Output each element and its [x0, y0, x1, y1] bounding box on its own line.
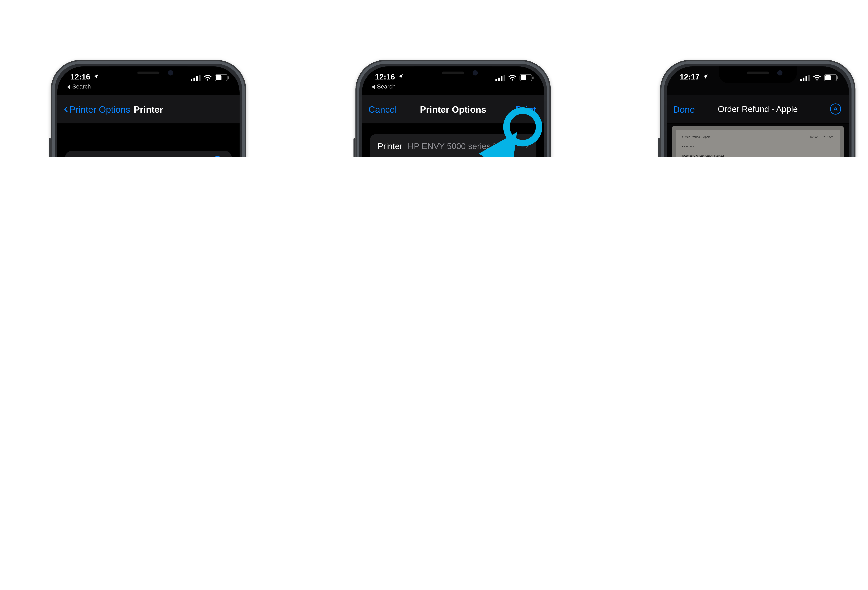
done-button[interactable]: Done: [673, 95, 695, 123]
status-time: 12:16: [375, 72, 395, 81]
wifi-icon: [508, 74, 517, 81]
cancel-button[interactable]: Cancel: [369, 95, 397, 123]
nav-bar: Done Order Refund - Apple A: [667, 95, 849, 124]
print-options-group: Printer HP ENVY 5000 series [6A73C0] › 1…: [370, 134, 536, 157]
nav-title: Printer Options: [420, 104, 486, 114]
reader-icon: A: [830, 103, 841, 115]
svg-point-20: [816, 79, 818, 80]
svg-rect-2: [196, 76, 198, 81]
svg-rect-14: [521, 75, 526, 80]
svg-rect-17: [803, 77, 804, 81]
svg-rect-18: [806, 76, 807, 81]
svg-rect-8: [496, 79, 497, 81]
svg-rect-9: [498, 77, 500, 81]
reader-mode-button[interactable]: A: [830, 95, 841, 123]
signal-icon: [800, 74, 810, 81]
svg-rect-0: [191, 79, 192, 81]
print-button[interactable]: Print: [515, 95, 536, 123]
notch: [414, 66, 492, 84]
wifi-icon: [812, 74, 822, 81]
nav-bar: ‹ Printer Options Printer: [57, 95, 239, 124]
svg-rect-6: [216, 75, 221, 80]
signal-icon: [496, 74, 505, 81]
status-time: 12:16: [70, 72, 90, 81]
svg-rect-23: [837, 76, 838, 79]
breadcrumb-back-to-app[interactable]: ◀Search: [66, 83, 91, 90]
device-phone-2: 12:16 ◀Search Cancel Printer Options Pri…: [356, 60, 551, 157]
nav-bar: Cancel Printer Options Print: [362, 95, 544, 124]
svg-point-12: [512, 79, 513, 80]
location-icon: [93, 74, 99, 80]
location-icon: [398, 74, 404, 80]
row-label: Printer: [378, 141, 403, 150]
location-icon: [703, 74, 708, 80]
wifi-icon: [203, 74, 212, 81]
svg-rect-15: [533, 76, 533, 79]
printer-row[interactable]: HP ENVY 5000 series [6A73C0] i: [65, 151, 232, 157]
notch: [719, 66, 797, 84]
printer-name: HP ENVY 5000 series [6A73C0]: [408, 141, 509, 150]
device-phone-1: 12:16 ◀Search ‹ Printer Options Printer …: [51, 60, 246, 157]
svg-point-4: [207, 79, 208, 80]
svg-rect-16: [800, 79, 802, 81]
device-phone-3: 12:17 Done Order Refund - Apple A Order …: [660, 60, 856, 157]
nav-title: Printer: [134, 104, 163, 114]
printer-list: HP ENVY 5000 series [6A73C0] i: [65, 151, 232, 157]
nav-title: Order Refund - Apple: [718, 104, 798, 114]
svg-rect-11: [503, 74, 505, 81]
battery-icon: [824, 74, 838, 81]
svg-rect-22: [825, 75, 831, 80]
status-time: 12:17: [680, 72, 700, 81]
signal-icon: [191, 74, 201, 81]
chevron-right-icon: ›: [525, 140, 528, 152]
svg-rect-1: [193, 77, 195, 81]
chevron-left-icon: ‹: [64, 101, 68, 116]
info-icon[interactable]: i: [211, 156, 224, 157]
breadcrumb-back-to-app[interactable]: ◀Search: [371, 83, 396, 90]
nav-back-button[interactable]: ‹ Printer Options: [64, 95, 130, 123]
svg-rect-19: [808, 74, 810, 81]
printer-row[interactable]: Printer HP ENVY 5000 series [6A73C0] ›: [370, 134, 536, 157]
battery-icon: [215, 74, 229, 81]
svg-rect-10: [501, 76, 502, 81]
svg-rect-3: [199, 74, 201, 81]
svg-rect-7: [228, 76, 229, 79]
notch: [109, 66, 187, 84]
battery-icon: [520, 74, 534, 81]
